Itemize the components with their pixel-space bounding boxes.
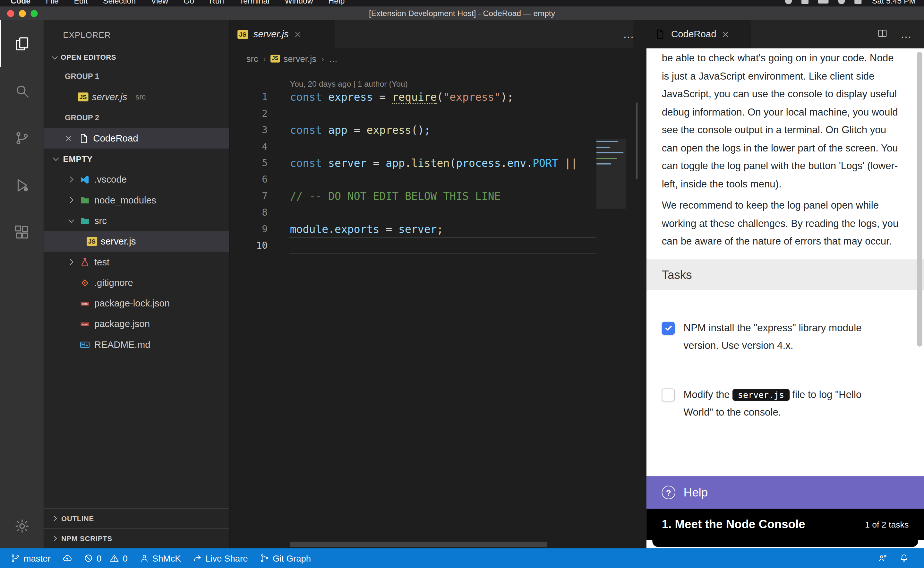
lesson-title-bar: 1. Meet the Node Console 1 of 2 tasks [647, 509, 924, 540]
line-number: 2 [230, 107, 268, 119]
status-shmck[interactable]: ShMcK [133, 548, 187, 568]
workbench: EXPLORER OPEN EDITORS GROUP 1JSserver.js… [0, 20, 924, 548]
close-tab-icon[interactable] [722, 30, 729, 38]
open-editor-server-js[interactable]: JSserver.jssrc [44, 87, 229, 107]
code-line-6[interactable]: 6 [230, 171, 647, 187]
menu-file[interactable]: File [46, 0, 59, 5]
tree-item-test[interactable]: test [44, 252, 229, 272]
open-editors-group-label: GROUP 1 [44, 66, 229, 87]
minimize-window-button[interactable] [19, 10, 26, 17]
code-line-2[interactable]: 2 [230, 105, 647, 121]
status-bell[interactable] [893, 548, 914, 568]
tree-item-src[interactable]: src [44, 210, 229, 231]
horizontal-scrollbar-thumb[interactable] [290, 542, 547, 547]
menu-view[interactable]: View [151, 0, 168, 5]
status-live-share[interactable]: Live Share [187, 548, 254, 568]
status-git-graph[interactable]: Git Graph [254, 548, 317, 568]
tree-item--vscode[interactable]: .vscode [44, 169, 229, 190]
tree-root-empty[interactable]: EMPTY [44, 149, 229, 169]
breadcrumb-item-2[interactable]: … [329, 53, 338, 63]
code-line-5[interactable]: 5const server = app.listen(process.env.P… [230, 154, 647, 171]
activity-extensions-icon[interactable] [0, 208, 44, 256]
activity-run-debug-icon[interactable] [0, 162, 44, 208]
menubar-status-icon[interactable] [785, 0, 792, 4]
open-editors-group-label: GROUP 2 [44, 107, 229, 128]
webview-scrollbar-thumb[interactable] [917, 52, 922, 347]
activity-bar-bottom [0, 503, 44, 548]
menu-terminal[interactable]: Terminal [239, 0, 270, 5]
breadcrumb-item-0[interactable]: src [246, 53, 258, 63]
menu-edit[interactable]: Edit [74, 0, 88, 5]
file-tree: .vscodenode_modulessrcJSserver.jstest.gi… [44, 169, 229, 355]
vertical-scrollbar-thumb[interactable] [636, 103, 638, 180]
tree-item--gitignore[interactable]: .gitignore [44, 272, 229, 293]
tree-item-node_modules[interactable]: node_modules [44, 190, 229, 210]
menu-go[interactable]: Go [184, 0, 194, 5]
open-editor-coderoad[interactable]: CodeRoad [44, 128, 229, 149]
tab-label: CodeRoad [671, 29, 716, 39]
activity-settings-icon[interactable] [0, 503, 44, 548]
close-tab-icon[interactable] [294, 30, 301, 38]
tree-item-readme-md[interactable]: README.md [44, 334, 229, 355]
code-line-1[interactable]: 1const express = require("express"); [230, 89, 647, 105]
menubar-status-icon[interactable] [801, 0, 808, 4]
close-window-button[interactable] [7, 10, 14, 17]
menu-run[interactable]: Run [210, 0, 224, 5]
menubar-status-icon[interactable] [818, 0, 828, 3]
chevron-slot [65, 219, 75, 223]
minimap-slider[interactable] [597, 139, 626, 208]
open-editors-header[interactable]: OPEN EDITORS [44, 48, 229, 66]
lesson-paragraph: We recommend to keep the log panel open … [662, 197, 899, 251]
tree-item-package-json[interactable]: npmpackage.json [44, 314, 229, 334]
breadcrumb-item-1[interactable]: JSserver.js [270, 53, 317, 63]
codelens-annotation[interactable]: You, 20 days ago | 1 author (You) [230, 73, 647, 89]
code-line-10[interactable]: 10 [230, 237, 647, 253]
menu-code[interactable]: Code [11, 0, 30, 5]
section-npm-scripts[interactable]: NPM SCRIPTS [44, 528, 229, 548]
menu-window[interactable]: Window [285, 0, 313, 5]
editor-more-actions-button[interactable]: … [623, 31, 635, 37]
editor-group: JS server.js … src›JSserver.js›… You, 20… [229, 20, 646, 548]
activity-source-control-icon[interactable] [0, 114, 44, 162]
tree-item-package-lock-json[interactable]: npmpackage-lock.json [44, 293, 229, 314]
lesson-title: 1. Meet the Node Console [662, 518, 805, 531]
status-label: ShMcK [152, 553, 181, 563]
tab-server-js[interactable]: JS server.js [230, 20, 335, 48]
activity-search-icon[interactable] [0, 67, 44, 114]
menu-help[interactable]: Help [328, 0, 345, 5]
activity-explorer-icon[interactable] [0, 20, 44, 67]
js-file-icon: JS [237, 30, 248, 39]
code-editor[interactable]: You, 20 days ago | 1 author (You) 1const… [230, 68, 647, 254]
tree-item-server-js[interactable]: JSserver.js [44, 231, 229, 252]
open-editor-label: server.js [92, 92, 127, 103]
status-cloud-sync[interactable] [56, 548, 78, 568]
task-checkbox[interactable] [662, 388, 675, 401]
editor-tab-bar: JS server.js … [230, 20, 647, 48]
status-master[interactable]: master [5, 548, 56, 568]
section-outline[interactable]: OUTLINE [44, 508, 229, 528]
status-feedback[interactable] [872, 548, 893, 568]
code-line-8[interactable]: 8 [230, 204, 647, 221]
status-0[interactable]: 00 [78, 548, 133, 568]
code-text: module.exports = server; [268, 222, 443, 235]
code-line-9[interactable]: 9module.exports = server; [230, 221, 647, 237]
code-line-7[interactable]: 7// -- DO NOT EDIT BELOW THIS LINE [230, 187, 647, 204]
panel-more-actions-button[interactable]: … [901, 31, 912, 37]
sidebar-bottom-sections: OUTLINENPM SCRIPTS [44, 508, 229, 548]
file-icon [78, 132, 89, 144]
minimap[interactable] [597, 139, 626, 251]
chevron-down-icon [68, 217, 74, 223]
split-editor-icon[interactable] [877, 28, 888, 41]
menubar-status-icon[interactable] [838, 0, 845, 4]
task-checkbox[interactable] [662, 322, 675, 334]
code-line-3[interactable]: 3const app = express(); [230, 121, 647, 137]
traffic-lights [7, 6, 38, 20]
menu-selection[interactable]: Selection [103, 0, 136, 5]
menubar-status-icon[interactable] [855, 0, 861, 4]
code-line-4[interactable]: 4 [230, 138, 647, 154]
feedback-icon [878, 554, 888, 563]
tab-coderoad[interactable]: CodeRoad [647, 20, 751, 48]
close-editor-icon[interactable] [63, 132, 74, 144]
zoom-window-button[interactable] [31, 10, 38, 17]
help-bar[interactable]: ? Help [647, 476, 924, 509]
